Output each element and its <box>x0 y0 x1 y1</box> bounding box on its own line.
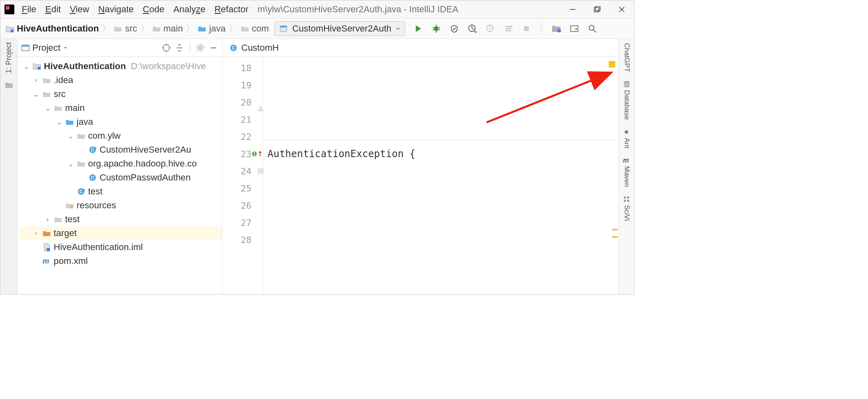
stack-button[interactable] <box>503 23 514 34</box>
editor-body[interactable]: 18 19 20 21 22 23 I 24 25 26 27 28 <box>222 57 619 294</box>
stop-button[interactable] <box>521 23 532 34</box>
tree-test[interactable]: › test <box>20 212 222 226</box>
right-rail-chatgpt[interactable]: ChatGPT <box>623 43 631 72</box>
project-tree[interactable]: ⌄ HiveAuthentication D:\workspace\Hive ›… <box>18 57 222 271</box>
svg-rect-71 <box>624 196 626 198</box>
tree-idea[interactable]: › .idea <box>20 73 222 87</box>
left-rail-project[interactable]: 1: Project <box>5 42 13 73</box>
menu-file[interactable]: File <box>22 4 36 15</box>
gutter-line[interactable]: 26 <box>222 197 263 214</box>
structure-rail-icon[interactable] <box>4 80 14 90</box>
toolbar-separator <box>541 23 542 34</box>
menu-analyze[interactable]: Analyze <box>173 4 205 15</box>
debug-button[interactable] <box>431 23 442 34</box>
search-everywhere-button[interactable] <box>587 23 598 34</box>
module-icon <box>5 24 14 33</box>
tree-pkg-hadoop-label: org.apache.hadoop.hive.co <box>88 158 197 169</box>
project-structure-button[interactable] <box>551 23 562 34</box>
minimize-button[interactable] <box>569 5 577 14</box>
tree-cls-test[interactable]: C test <box>20 185 222 198</box>
crumb-src[interactable]: src 〉 <box>113 23 150 35</box>
gutter-line[interactable]: 24 <box>222 162 263 180</box>
code-area[interactable]: AuthenticationException { <box>263 57 619 294</box>
source-folder-icon <box>197 24 206 33</box>
menu-navigate[interactable]: Navigate <box>98 4 134 15</box>
run-config-selector[interactable]: CustomHiveServer2Auth <box>274 21 405 36</box>
run-anything-button[interactable] <box>569 23 580 34</box>
tree-pom[interactable]: m pom.xml <box>20 254 222 268</box>
menu-code[interactable]: Code <box>143 4 165 15</box>
tree-java[interactable]: ⌄ java <box>20 115 222 129</box>
editor-tabs: C CustomH <box>222 39 619 57</box>
tree-resources[interactable]: resources <box>20 198 222 212</box>
fold-handle-icon[interactable] <box>258 168 263 174</box>
attach-button[interactable] <box>485 23 496 34</box>
tree-resources-label: resources <box>77 200 116 211</box>
override-icon[interactable]: I <box>252 151 262 157</box>
locate-icon[interactable] <box>161 43 172 53</box>
gutter-line[interactable]: 19 <box>222 77 263 94</box>
tree-cls-passwd[interactable]: C CustomPasswdAuthen <box>20 171 222 185</box>
inspection-indicator[interactable] <box>609 61 615 68</box>
class-icon: C <box>77 187 86 196</box>
folder-icon <box>54 104 63 113</box>
gutter-line[interactable]: 25 <box>222 180 263 197</box>
tree-pkg-hadoop[interactable]: ⌄ org.apache.hadoop.hive.co <box>20 157 222 171</box>
svg-line-14 <box>433 27 434 28</box>
gutter-line[interactable]: 23 I <box>222 145 263 162</box>
crumb-main[interactable]: main 〉 <box>152 23 196 35</box>
main-area: 1: Project Project ⌄ HiveAuthentica <box>0 39 634 294</box>
tree-root-path: D:\workspace\Hive <box>131 61 206 72</box>
fold-handle-icon[interactable] <box>258 104 263 112</box>
gutter-line[interactable]: 28 <box>222 231 263 248</box>
class-icon: C <box>229 43 238 52</box>
tree-src[interactable]: ⌄ src <box>20 87 222 101</box>
tree-target[interactable]: › target <box>20 226 222 240</box>
crumb-java[interactable]: java 〉 <box>197 23 238 35</box>
stripe-mark[interactable] <box>612 236 618 238</box>
settings-icon[interactable] <box>195 43 206 53</box>
class-icon: C <box>88 173 97 182</box>
folder-icon <box>54 215 63 224</box>
close-button[interactable] <box>618 5 626 14</box>
tree-root[interactable]: ⌄ HiveAuthentication D:\workspace\Hive <box>20 59 222 73</box>
menu-refactor-label: efactor <box>221 4 248 14</box>
svg-line-16 <box>433 29 434 30</box>
maximize-button[interactable] <box>593 5 601 14</box>
svg-rect-74 <box>627 200 629 202</box>
right-rail-maven[interactable]: m Maven <box>623 156 631 187</box>
tree-pkg-com[interactable]: ⌄ com.ylw <box>20 129 222 143</box>
svg-rect-29 <box>22 45 29 47</box>
tree-idea-label: .idea <box>54 75 73 86</box>
project-dropdown-icon[interactable] <box>63 45 68 51</box>
expand-all-icon[interactable] <box>174 43 185 53</box>
profile-button[interactable] <box>467 23 478 34</box>
stripe-mark[interactable] <box>612 229 618 230</box>
run-config-label: CustomHiveServer2Auth <box>292 23 391 34</box>
gutter-line[interactable]: 22 <box>222 128 263 145</box>
gutter[interactable]: 18 19 20 21 22 23 I 24 25 26 27 28 <box>222 57 263 294</box>
tree-src-label: src <box>54 89 66 99</box>
code-line: AuthenticationException { <box>263 145 619 162</box>
crumb-com[interactable]: com <box>240 23 269 34</box>
right-rail-ant[interactable]: ✳ Ant <box>623 128 631 149</box>
gutter-line[interactable]: 21 <box>222 111 263 128</box>
right-rail-database[interactable]: Database <box>623 80 631 120</box>
crumb-root[interactable]: HiveAuthentication 〉 <box>5 23 112 35</box>
tree-main[interactable]: ⌄ main <box>20 101 222 115</box>
tree-cls-custom[interactable]: C CustomHiveServer2Au <box>20 143 222 157</box>
svg-text:IJ: IJ <box>6 6 9 10</box>
separator <box>190 43 190 53</box>
right-rail-sciview[interactable]: SciVi <box>623 195 631 221</box>
gutter-line[interactable]: 20 <box>222 94 263 111</box>
gutter-line[interactable]: 27 <box>222 214 263 231</box>
menu-refactor[interactable]: Refactor <box>214 4 248 15</box>
gutter-line[interactable]: 18 <box>222 59 263 77</box>
hide-panel-icon[interactable] <box>208 43 219 53</box>
coverage-button[interactable] <box>449 23 460 34</box>
menu-edit[interactable]: Edit <box>45 4 61 15</box>
editor-tab[interactable]: C CustomH <box>225 40 283 56</box>
tree-iml[interactable]: HiveAuthentication.iml <box>20 240 222 254</box>
run-button[interactable] <box>412 23 424 34</box>
menu-view[interactable]: View <box>70 4 89 15</box>
